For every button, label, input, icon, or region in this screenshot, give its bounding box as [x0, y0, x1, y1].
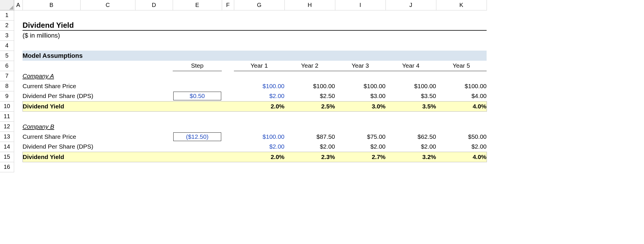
a-yield-y1[interactable]: 2.0%	[234, 101, 284, 111]
a-yield-y4[interactable]: 3.5%	[386, 101, 436, 111]
row-header-1[interactable]: 1	[0, 10, 14, 20]
section-header[interactable]: Model Assumptions	[23, 51, 487, 61]
b-yield-y2[interactable]: 2.3%	[284, 152, 335, 162]
year-header-1[interactable]: Year 1	[234, 61, 284, 71]
a-dps-label[interactable]: Dividend Per Share (DPS)	[23, 91, 135, 101]
a-yield-label[interactable]: Dividend Yield	[23, 101, 135, 111]
col-header-H[interactable]: H	[284, 0, 335, 10]
row-header-6[interactable]: 6	[0, 61, 14, 71]
col-header-D[interactable]: D	[135, 0, 173, 10]
year-header-4[interactable]: Year 4	[386, 61, 436, 71]
col-header-J[interactable]: J	[386, 0, 436, 10]
column-header-row: A B C D E F G H I J K	[0, 0, 487, 10]
year-header-3[interactable]: Year 3	[335, 61, 386, 71]
b-share-price-label[interactable]: Current Share Price	[23, 132, 135, 142]
company-a-name[interactable]: Company A	[23, 71, 80, 81]
a-dps-y5[interactable]: $4.00	[436, 91, 487, 101]
b-share-price-y3[interactable]: $75.00	[335, 132, 386, 142]
b-yield-y3[interactable]: 2.7%	[335, 152, 386, 162]
b-dps-y3[interactable]: $2.00	[335, 142, 386, 152]
col-header-G[interactable]: G	[234, 0, 284, 10]
a-share-price-step[interactable]	[173, 81, 222, 91]
row-header-9[interactable]: 9	[0, 91, 14, 101]
b-share-price-y2[interactable]: $87.50	[284, 132, 335, 142]
a-share-price-y5[interactable]: $100.00	[436, 81, 487, 91]
b-share-price-step-cell[interactable]: ($12.50)	[173, 132, 222, 142]
a-share-price-label[interactable]: Current Share Price	[23, 81, 135, 91]
row-header-16[interactable]: 16	[0, 162, 14, 172]
a-share-price-y4[interactable]: $100.00	[386, 81, 436, 91]
row-header-10[interactable]: 10	[0, 101, 14, 111]
a-dps-step-cell[interactable]: $0.50	[173, 91, 222, 101]
a-share-price-y2[interactable]: $100.00	[284, 81, 335, 91]
page-title[interactable]: Dividend Yield	[23, 20, 80, 30]
b-yield-y5[interactable]: 4.0%	[436, 152, 487, 162]
col-header-I[interactable]: I	[335, 0, 386, 10]
a-dps-step: $0.50	[173, 92, 221, 100]
b-share-price-y4[interactable]: $62.50	[386, 132, 436, 142]
row-header-5[interactable]: 5	[0, 51, 14, 61]
a-dps-y3[interactable]: $3.00	[335, 91, 386, 101]
year-header-5[interactable]: Year 5	[436, 61, 487, 71]
spreadsheet-grid[interactable]: A B C D E F G H I J K 1 2 Dividend Yield…	[0, 0, 487, 172]
row-header-3[interactable]: 3	[0, 30, 14, 40]
row-header-13[interactable]: 13	[0, 132, 14, 142]
row-header-4[interactable]: 4	[0, 40, 14, 51]
b-share-price-step: ($12.50)	[173, 132, 221, 141]
select-all-corner[interactable]	[0, 0, 14, 10]
a-share-price-y1[interactable]: $100.00	[234, 81, 284, 91]
a-share-price-y3[interactable]: $100.00	[335, 81, 386, 91]
a-dps-y2[interactable]: $2.50	[284, 91, 335, 101]
row-header-8[interactable]: 8	[0, 81, 14, 91]
b-dps-y5[interactable]: $2.00	[436, 142, 487, 152]
a-yield-y3[interactable]: 3.0%	[335, 101, 386, 111]
subtitle[interactable]: ($ in millions)	[23, 30, 80, 40]
b-dps-step[interactable]	[173, 142, 222, 152]
row-header-12[interactable]: 12	[0, 121, 14, 132]
a-dps-y1[interactable]: $2.00	[234, 91, 284, 101]
col-header-C[interactable]: C	[80, 0, 135, 10]
row-header-7[interactable]: 7	[0, 71, 14, 81]
b-dps-y2[interactable]: $2.00	[284, 142, 335, 152]
row-header-15[interactable]: 15	[0, 152, 14, 162]
a-yield-y2[interactable]: 2.5%	[284, 101, 335, 111]
b-yield-y4[interactable]: 3.2%	[386, 152, 436, 162]
b-share-price-y1[interactable]: $100.00	[234, 132, 284, 142]
a-yield-y5[interactable]: 4.0%	[436, 101, 487, 111]
b-dps-y4[interactable]: $2.00	[386, 142, 436, 152]
col-header-E[interactable]: E	[173, 0, 222, 10]
col-header-A[interactable]: A	[14, 0, 23, 10]
a-dps-y4[interactable]: $3.50	[386, 91, 436, 101]
b-yield-label[interactable]: Dividend Yield	[23, 152, 135, 162]
col-header-B[interactable]: B	[23, 0, 80, 10]
col-header-K[interactable]: K	[436, 0, 487, 10]
year-header-2[interactable]: Year 2	[284, 61, 335, 71]
b-yield-y1[interactable]: 2.0%	[234, 152, 284, 162]
row-header-2[interactable]: 2	[0, 20, 14, 30]
company-b-name[interactable]: Company B	[23, 121, 80, 132]
col-header-F[interactable]: F	[222, 0, 234, 10]
b-dps-y1[interactable]: $2.00	[234, 142, 284, 152]
row-header-11[interactable]: 11	[0, 111, 14, 121]
b-dps-label[interactable]: Dividend Per Share (DPS)	[23, 142, 135, 152]
b-share-price-y5[interactable]: $50.00	[436, 132, 487, 142]
step-header[interactable]: Step	[173, 61, 222, 71]
row-header-14[interactable]: 14	[0, 142, 14, 152]
